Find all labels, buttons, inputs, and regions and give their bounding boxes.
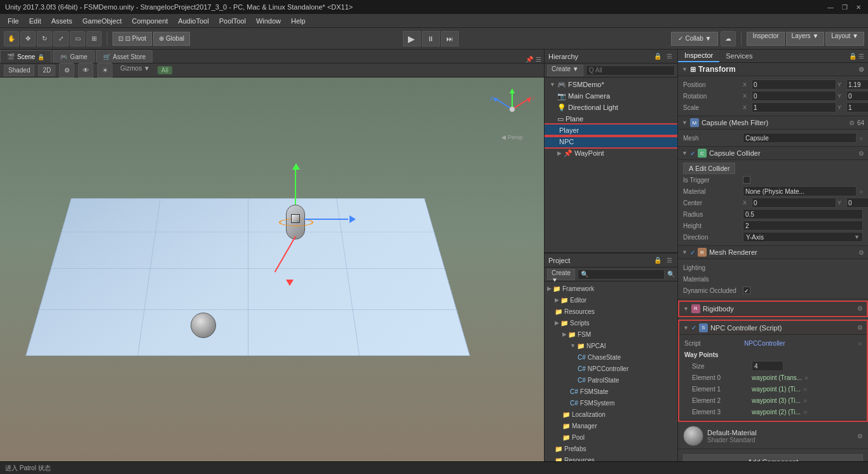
transform-tool-button[interactable]: ⊞ <box>86 31 102 46</box>
menu-component[interactable]: Component <box>126 16 173 26</box>
layout-button[interactable]: Layout ▼ <box>825 32 864 46</box>
restore-button[interactable]: ❐ <box>840 3 849 11</box>
transform-header[interactable]: ▼ ⊞ Transform ⚙ <box>678 63 868 76</box>
proj-item-npcai[interactable]: ▼ 📁 NPCAI <box>545 340 677 351</box>
minimize-button[interactable]: — <box>826 3 835 11</box>
menu-pooltool[interactable]: PoolTool <box>214 16 251 26</box>
capsule-collider-settings-icon[interactable]: ⚙ <box>858 150 864 157</box>
rigidbody-settings-icon[interactable]: ⚙ <box>857 305 863 312</box>
tab-scene[interactable]: 🎬 Scene 🔒 <box>0 50 51 63</box>
element3-pick-icon[interactable]: ○ <box>803 409 807 416</box>
pos-y-input[interactable] <box>846 79 868 90</box>
direction-dropdown[interactable]: Y-Axis ▼ <box>743 232 863 242</box>
hierarchy-item-npc[interactable]: NPC <box>545 136 677 147</box>
mesh-renderer-header[interactable]: ▼ ✓ R Mesh Renderer ⚙ <box>678 246 868 259</box>
hierarchy-search-input[interactable] <box>586 65 675 76</box>
hierarchy-lock-icon[interactable]: 🔒 <box>653 52 662 61</box>
mesh-input[interactable] <box>743 133 857 143</box>
hierarchy-item-maincamera[interactable]: 📷 Main Camera <box>545 90 677 102</box>
viewport[interactable]: Y X Z ◀ Persp <box>0 78 544 474</box>
npc-controller-header[interactable]: ▼ ✓ S NPC Controller (Script) ⚙ <box>679 321 867 335</box>
rect-tool-button[interactable]: ▭ <box>70 31 85 46</box>
height-input[interactable] <box>743 220 863 231</box>
scale-tool-button[interactable]: ⤢ <box>53 31 69 46</box>
proj-item-chasestate[interactable]: C# ChaseState <box>545 351 677 363</box>
proj-item-npccontroller[interactable]: C# NPCController <box>545 363 677 374</box>
rotate-tool-button[interactable]: ↻ <box>37 31 52 46</box>
npc-controller-settings-icon[interactable]: ⚙ <box>857 324 863 331</box>
menu-gameobject[interactable]: GameObject <box>78 16 127 26</box>
rot-y-input[interactable] <box>846 91 868 101</box>
mesh-filter-settings-icon[interactable]: ⚙ <box>849 119 855 126</box>
move-tool-button[interactable]: ✥ <box>20 31 36 46</box>
global-button[interactable]: ⊕ Global <box>153 32 190 46</box>
proj-item-framework[interactable]: ▶ 📁 Framework <box>545 283 677 294</box>
proj-item-patrolstate[interactable]: C# PatrolState <box>545 374 677 386</box>
rot-x-input[interactable] <box>752 91 836 101</box>
tab-asset-store[interactable]: 🛒 Asset Store <box>96 50 153 63</box>
gizmos-button[interactable]: Gizmos ▼ <box>116 65 154 76</box>
close-button[interactable]: ✕ <box>854 3 863 11</box>
inspector-tab[interactable]: Inspector <box>678 50 719 62</box>
scale-y-input[interactable] <box>846 102 868 112</box>
proj-item-prefabs[interactable]: 📁 Prefabs <box>545 443 677 454</box>
scale-x-input[interactable] <box>752 102 836 112</box>
menu-audiotool[interactable]: AudioTool <box>173 16 214 26</box>
vp-icon-btn-3[interactable]: ☀ <box>97 63 112 78</box>
collider-material-input[interactable] <box>743 186 857 196</box>
collab-button[interactable]: ✓ Collab ▼ <box>671 32 718 46</box>
layers-button[interactable]: Layers ▼ <box>786 32 825 46</box>
waypoints-size-input[interactable] <box>752 361 783 371</box>
proj-item-manager[interactable]: 📁 Manager <box>545 420 677 431</box>
proj-item-fsmstate[interactable]: C# FSMState <box>545 386 677 397</box>
hierarchy-item-waypoint[interactable]: ▶ 📌 WayPoint <box>545 147 677 159</box>
mesh-filter-header[interactable]: ▼ M Capsule (Mesh Filter) ⚙ 64 <box>678 116 868 130</box>
edit-collider-button[interactable]: A Edit Collider <box>683 163 735 174</box>
mesh-filter-extra-icon[interactable]: 64 <box>857 119 864 126</box>
radius-input[interactable] <box>743 209 863 219</box>
menu-file[interactable]: File <box>3 16 24 26</box>
menu-window[interactable]: Window <box>251 16 286 26</box>
project-search-input[interactable] <box>578 269 665 280</box>
hand-tool-button[interactable]: ✋ <box>4 31 19 46</box>
proj-item-editor[interactable]: ▶ 📁 Editor <box>545 294 677 306</box>
project-search-icon[interactable]: 🔍 <box>667 270 675 279</box>
vp-icon-btn-2[interactable]: 👁 <box>78 63 93 78</box>
element0-pick-icon[interactable]: ○ <box>804 374 808 381</box>
shading-button[interactable]: Shaded <box>4 65 34 76</box>
mesh-renderer-settings-icon[interactable]: ⚙ <box>858 249 864 256</box>
proj-item-localization[interactable]: 📁 Localization <box>545 409 677 420</box>
mode-2d-button[interactable]: 2D <box>38 65 55 76</box>
element1-pick-icon[interactable]: ○ <box>803 386 807 393</box>
step-button[interactable]: ⏭ <box>441 31 459 46</box>
pivot-button[interactable]: ⊡ ⊡ Pivot <box>112 32 152 46</box>
proj-item-scripts[interactable]: ▶ 📁 Scripts <box>545 317 677 328</box>
vp-icon-btn-1[interactable]: ⚙ <box>59 63 74 78</box>
project-lock-icon[interactable]: 🔒 <box>653 256 662 265</box>
menu-help[interactable]: Help <box>286 16 311 26</box>
hierarchy-item-player[interactable]: Player <box>545 125 677 136</box>
hierarchy-create-button[interactable]: Create ▼ <box>547 65 583 76</box>
project-menu-icon[interactable]: ☰ <box>665 256 674 265</box>
pos-x-input[interactable] <box>752 79 836 90</box>
center-y-input[interactable] <box>846 198 868 208</box>
mesh-pick-icon[interactable]: ○ <box>859 135 863 142</box>
services-tab[interactable]: Services <box>719 50 759 62</box>
hierarchy-menu-icon[interactable]: ☰ <box>665 52 674 61</box>
hierarchy-item-dirlight[interactable]: 💡 Directional Light <box>545 102 677 113</box>
material-pick-icon[interactable]: ○ <box>859 188 863 195</box>
rigidbody-header[interactable]: ▼ R Rigidbody ⚙ <box>679 302 867 316</box>
account-button[interactable]: Inspector <box>747 32 784 46</box>
menu-assets[interactable]: Assets <box>46 16 78 26</box>
is-trigger-checkbox[interactable] <box>743 176 750 184</box>
transform-settings-icon[interactable]: ⚙ <box>858 66 864 73</box>
tab-game[interactable]: 🎮 Game <box>53 50 94 63</box>
tab-menu-icon[interactable]: ☰ <box>536 56 541 63</box>
proj-item-pool[interactable]: 📁 Pool <box>545 431 677 443</box>
material-settings-icon[interactable]: ⚙ <box>857 433 863 440</box>
proj-item-fsmsystem[interactable]: C# FSMSystem <box>545 397 677 409</box>
dynamic-occluded-checkbox[interactable] <box>743 287 750 294</box>
cloud-button[interactable]: ☁ <box>721 31 736 46</box>
proj-item-resources[interactable]: 📁 Resources <box>545 306 677 317</box>
hierarchy-item-plane[interactable]: ▭ Plane <box>545 113 677 125</box>
